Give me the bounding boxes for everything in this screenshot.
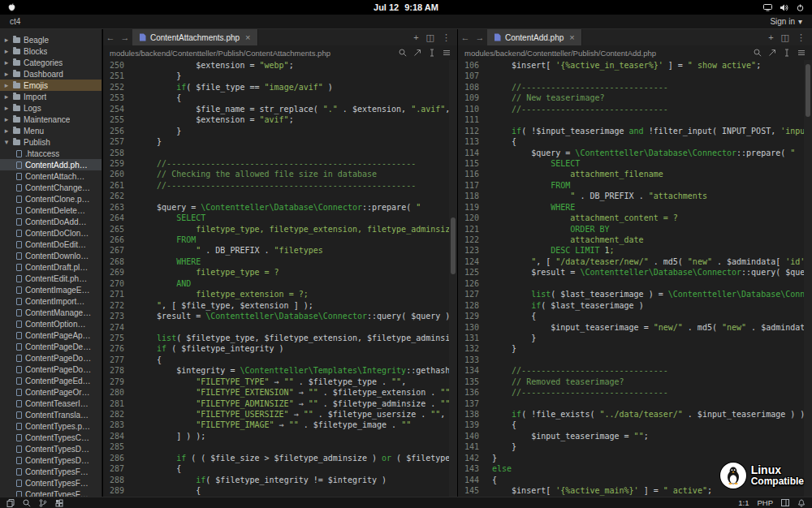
sidebar-item-contentadd-ph[interactable]: ContentAdd.ph… xyxy=(0,159,102,170)
code-line[interactable]: if( $file_type == "image/avif" ) xyxy=(137,82,449,93)
code-line[interactable]: } xyxy=(492,441,804,452)
sidebar-item-contenttypesc[interactable]: ContentTypesC… xyxy=(0,432,102,443)
code-line[interactable]: $query = \Contentteller\Database\Connect… xyxy=(492,148,804,158)
sidebar-item-contentoption[interactable]: ContentOption… xyxy=(0,318,102,329)
sidebar-item-beagle[interactable]: ▸Beagle xyxy=(0,34,102,45)
tab-contentadd[interactable]: ContentAdd.php × xyxy=(487,29,582,45)
text-cursor-icon[interactable] xyxy=(428,49,436,57)
sidebar-item-contentimport[interactable]: ContentImport… xyxy=(0,295,102,307)
outline-icon[interactable] xyxy=(797,49,806,57)
code-line[interactable]: $extension = "avif"; xyxy=(137,114,449,125)
sidebar-item-contentedit-ph[interactable]: ContentEdit.ph… xyxy=(0,273,102,284)
code-line[interactable] xyxy=(492,114,804,125)
code-line[interactable] xyxy=(492,278,804,289)
code-line[interactable]: " . DB_PREFIX . "filetypes xyxy=(137,245,449,256)
sidebar-item-contentchange[interactable]: ContentChange… xyxy=(0,182,102,193)
explorer-icon[interactable] xyxy=(6,499,15,507)
bell-icon[interactable] xyxy=(797,499,806,507)
search-icon[interactable] xyxy=(399,49,407,57)
sidebar-item-contenttypesf[interactable]: ContentTypesF… xyxy=(0,466,102,477)
sidebar-item-dashboard[interactable]: ▸Dashboard xyxy=(0,68,102,80)
code-line[interactable]: if( !$input_teaserimage and !filter_inpu… xyxy=(492,126,804,136)
code-line[interactable]: { xyxy=(492,420,804,430)
code-line[interactable]: ", [ "/data/teaser/new/" . md5( "new" . … xyxy=(492,256,804,267)
signin-button[interactable]: Sign in ▾ xyxy=(770,17,802,26)
sidebar-item-menu[interactable]: ▸Menu xyxy=(0,125,102,136)
sidebar-item-contentpageed[interactable]: ContentPageEd… xyxy=(0,375,102,386)
code-line[interactable]: attachment_filename xyxy=(492,169,804,179)
code-line[interactable]: $extension = "webp"; xyxy=(137,60,449,71)
scrollbar[interactable] xyxy=(804,60,812,497)
language-indicator[interactable]: PHP xyxy=(757,498,773,507)
scrollbar-thumb[interactable] xyxy=(806,64,810,117)
code-line[interactable]: SELECT xyxy=(137,213,449,223)
code-line[interactable]: " . DB_PREFIX . "attachments xyxy=(492,191,804,201)
code-line[interactable]: SELECT xyxy=(492,158,804,169)
sidebar-item-contenttypesf[interactable]: ContentTypesF… xyxy=(0,477,102,489)
text-cursor-icon[interactable] xyxy=(783,49,791,57)
code-line[interactable]: "FILETYPE_TYPE" ⇒ "" . $filetype_type . … xyxy=(137,377,449,387)
split-editor-icon[interactable]: ◫ xyxy=(781,32,789,43)
code-line[interactable]: { xyxy=(137,463,449,474)
layout-icon[interactable] xyxy=(781,499,789,506)
code-line[interactable]: $query = \Contentteller\Database\Connect… xyxy=(137,202,449,213)
sidebar-item-contentdoedit[interactable]: ContentDoEdit… xyxy=(0,239,102,250)
sidebar-item-logs[interactable]: ▸Logs xyxy=(0,102,102,114)
code-line[interactable]: ] ) ); xyxy=(137,431,449,441)
code-line[interactable] xyxy=(137,322,449,333)
code-line[interactable]: ORDER BY xyxy=(492,224,804,235)
code-line[interactable]: attachment_date xyxy=(492,235,804,245)
code-line[interactable]: if( $filetype_integrity != $integrity ) xyxy=(137,475,449,485)
sidebar-item-htaccess[interactable]: .htaccess xyxy=(0,148,102,159)
code-line[interactable] xyxy=(492,398,804,409)
sidebar-item-contentpagede[interactable]: ContentPageDe… xyxy=(0,341,102,352)
code-line[interactable] xyxy=(137,441,449,452)
back-icon[interactable]: ← xyxy=(458,29,473,45)
code-line[interactable]: WHERE xyxy=(492,202,804,213)
sidebar-item-contentmanage[interactable]: ContentManage… xyxy=(0,307,102,318)
code-line[interactable]: FROM xyxy=(137,235,449,245)
code-line[interactable]: filetype_extension = ?; xyxy=(137,289,449,299)
sidebar-item-contentdownlo[interactable]: ContentDownlo… xyxy=(0,250,102,261)
code-line[interactable]: //------------------------------ xyxy=(492,104,804,114)
volume-icon[interactable] xyxy=(780,4,788,11)
code-line[interactable]: } xyxy=(137,126,449,136)
code-line[interactable]: $result = \Contentteller\Database\Connec… xyxy=(492,267,804,278)
cursor-position[interactable]: 1:1 xyxy=(738,498,749,507)
sidebar-item-contentpageap[interactable]: ContentPageAp… xyxy=(0,329,102,341)
code-line[interactable]: attachment_content = ? xyxy=(492,213,804,223)
code-line[interactable]: filetype_type = ? xyxy=(137,267,449,278)
source-control-icon[interactable] xyxy=(39,499,47,507)
forward-icon[interactable]: → xyxy=(473,29,487,45)
code-line[interactable]: //--------------------------------------… xyxy=(137,158,449,169)
code-line[interactable]: $result = \Contentteller\Database\Connec… xyxy=(137,311,449,321)
code-line[interactable]: { xyxy=(137,93,449,103)
sidebar-item-contenttypesf[interactable]: ContentTypesF… xyxy=(0,489,102,497)
code-line[interactable]: // New teaserimage? xyxy=(492,93,804,103)
more-actions-icon[interactable]: ⋮ xyxy=(442,32,451,43)
search-icon[interactable] xyxy=(23,499,31,507)
breadcrumb[interactable]: modules/backend/Contentteller/Publish/Co… xyxy=(110,49,330,58)
sidebar-item-contentdelete[interactable]: ContentDelete… xyxy=(0,204,102,216)
code-line[interactable]: //------------------------------ xyxy=(492,387,804,398)
code-area[interactable]: 2502512522532542552562572582592602612622… xyxy=(103,60,457,497)
code-line[interactable]: "FILETYPE_IMAGE" ⇒ "" . $filetype_image … xyxy=(137,420,449,430)
sidebar-item-contentpagedo[interactable]: ContentPageDo… xyxy=(0,352,102,364)
code-line[interactable]: list( $filetype_type, $filetype_extensio… xyxy=(137,333,449,343)
sidebar-item-contentpageor[interactable]: ContentPageOr… xyxy=(0,386,102,398)
sidebar-item-contentimagee[interactable]: ContentImageE… xyxy=(0,284,102,295)
power-icon[interactable] xyxy=(797,4,804,11)
code-line[interactable]: "FILETYPE_EXTENSION" ⇒ "" . $filetype_ex… xyxy=(137,387,449,398)
code-line[interactable]: $file_name = str_replace( "." . $extensi… xyxy=(137,104,449,114)
code-line[interactable]: AND xyxy=(137,278,449,289)
code-line[interactable]: list( $last_teaserimage ) = \Contenttell… xyxy=(492,289,804,299)
code-line[interactable] xyxy=(137,148,449,158)
code-line[interactable]: } xyxy=(137,136,449,147)
code-line[interactable]: { xyxy=(492,311,804,321)
code-line[interactable]: // Removed teaserimage? xyxy=(492,377,804,387)
code-line[interactable] xyxy=(137,191,449,201)
add-tab-icon[interactable]: + xyxy=(768,32,773,42)
open-external-icon[interactable] xyxy=(768,49,776,57)
add-tab-icon[interactable]: + xyxy=(413,32,418,42)
code-line[interactable]: //--------------------------------------… xyxy=(137,180,449,191)
